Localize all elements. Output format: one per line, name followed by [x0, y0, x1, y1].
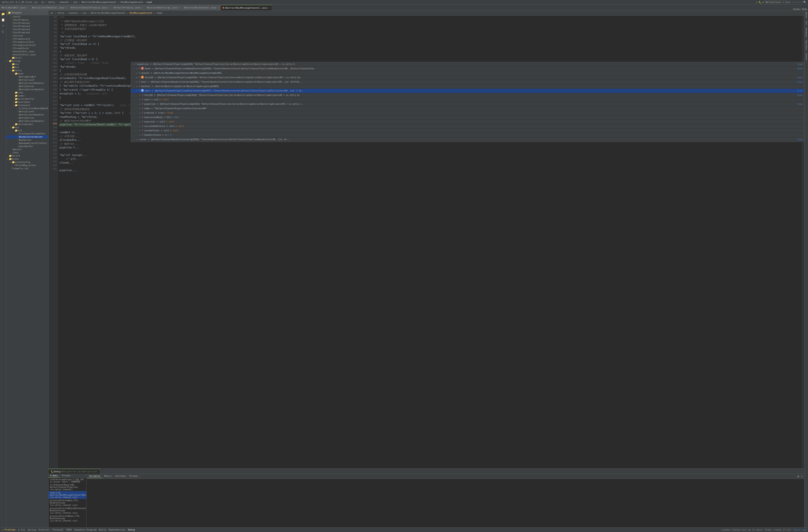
sidebar-item-31[interactable]: ○NettyClientHandler	[6, 113, 48, 116]
debug-popup-item-8[interactable]: ▸ f next = null = null	[131, 98, 804, 102]
debug-popup-item-2[interactable]: ▸ f unsafe = {AbstractNioMessageChannel$…	[131, 71, 804, 75]
sidebar-item-29[interactable]: ○LifeCycleinBoundHandler	[6, 107, 48, 110]
settings-icon[interactable]: ⚙	[763, 1, 764, 4]
sidebar-item-41[interactable]: ○UserBuffer	[6, 145, 48, 148]
debug-expand-icon[interactable]: ▸	[140, 115, 142, 119]
status-build[interactable]: Build	[99, 528, 106, 531]
code-line-94[interactable]: * 当成功读取时返回1	[59, 27, 800, 31]
code-line-95[interactable]: */	[59, 31, 800, 35]
editor-tab-2[interactable]: DefaultChannelPromise.java×	[69, 5, 112, 10]
status-spring[interactable]: Spring	[27, 528, 36, 531]
status-git[interactable]: ⊕ Git	[18, 528, 25, 531]
run-icon[interactable]: ▶	[756, 1, 758, 4]
debug-expand-icon[interactable]: ▸	[136, 71, 139, 75]
sidebar-item-9[interactable]: ○ThreadLocalTest2	[6, 44, 48, 47]
tab-close-icon[interactable]: ×	[65, 6, 67, 9]
debug-view-link[interactable]: View	[795, 76, 802, 79]
sidebar-item-38[interactable]: ○NioSelectorServer	[6, 135, 48, 138]
editor-tab-4[interactable]: AbstractBootstrap.java×	[145, 5, 182, 10]
debug-expand-icon[interactable]: ▸	[140, 129, 142, 133]
debug-popup-item-15[interactable]: ▸ f invokeTasks = null = null	[131, 129, 804, 133]
debug-var-tab[interactable]: Variables	[87, 474, 102, 478]
debug-popup-item-16[interactable]: ▸ f handlerState = 2 = 2	[131, 133, 804, 137]
debug-popup-item-14[interactable]: ▸ f succeededFuture = null = null	[131, 124, 804, 129]
debug-view-link[interactable]: View	[795, 102, 802, 106]
debug-frame-item-0[interactable]: nioEventLoopGroup-2-1@1,262 in group "ma…	[49, 478, 86, 483]
sidebar-item-7[interactable]: ○ThreadLocal5	[6, 37, 48, 40]
debug-view-link[interactable]: View	[795, 62, 802, 66]
sidebar-item-45[interactable]: ▾📁proto	[6, 157, 48, 160]
sidebar-item-24[interactable]: 📁chat	[6, 91, 48, 94]
big-data-btn[interactable]: Big Data	[805, 40, 808, 51]
editor-tab-5[interactable]: AbstractNioChannel.java×	[182, 5, 221, 10]
sidebar-item-3[interactable]: ○TestPromise3	[6, 25, 48, 28]
debug-popup-item-9[interactable]: ▸ f pipeline = {DefaultChannelPipeline@1…	[131, 102, 804, 107]
debug-popup-item-12[interactable]: ▸ f executionMask = 511 = 511	[131, 115, 804, 120]
code-line-96[interactable]: "kw">int localRead = "fn">doReadMessages…	[59, 35, 800, 38]
debug-expand-icon[interactable]: ▸	[140, 120, 142, 124]
sidebar-item-1[interactable]: ○TestPromise	[6, 18, 48, 21]
code-line-131[interactable]: pipeline....	[59, 168, 800, 172]
git-btn[interactable]: Git	[805, 20, 808, 25]
sidebar-item-40[interactable]: ○RandomAccessFileTest	[6, 141, 48, 145]
bottom-tab-debug[interactable]: 🐛 Debug NettyServer ( 1 ) NettyClient	[49, 469, 100, 474]
code-line-98[interactable]: "kw">if (localRead == 0) {	[59, 42, 800, 46]
sidebar-item-26[interactable]: 📁directbuffer	[6, 97, 48, 100]
debug-mem-tab[interactable]: Memory	[102, 474, 113, 478]
debug-expand-icon[interactable]: ▸	[140, 98, 142, 101]
debug-expand-icon[interactable]: ▸	[140, 102, 142, 106]
sidebar-item-19[interactable]: ○NettyByteBuf	[6, 75, 48, 78]
sidebar-item-23[interactable]: ○NettyServerHandler	[6, 88, 48, 91]
sidebar-item-11[interactable]: JUnsafeTest.java	[6, 50, 48, 53]
debug-popup-item-1[interactable]: ▸ f 1 head = {DefaultChannelPipeline$Hea…	[131, 66, 804, 71]
editor-tab-6[interactable]: AbstractNioMessageChannel.java×	[221, 5, 272, 10]
debug-expand-icon[interactable]: ▾	[133, 62, 135, 66]
code-line-101[interactable]: // 链路关闭，跳出循环	[59, 54, 800, 57]
sidebar-item-44[interactable]: 📁thrift	[6, 154, 48, 157]
debug-popup-item-7[interactable]: ▸ f thisSO = {DefaultChannelPipeline@145…	[131, 93, 804, 98]
search-icon[interactable]: 🔍	[803, 1, 806, 4]
status-debug[interactable]: Debug	[128, 528, 135, 531]
sidebar-item-2[interactable]: ○TestPromise2	[6, 21, 48, 25]
debug-overhead-tab[interactable]: Overhead	[113, 474, 127, 478]
sidebar-item-32[interactable]: ○NettyServer	[6, 116, 48, 119]
debug-view-link[interactable]: View	[795, 138, 802, 141]
tab-close-icon[interactable]: ×	[141, 6, 143, 9]
debug-threads-tab2[interactable]: Threads	[127, 474, 140, 478]
code-line-128[interactable]: // 处理...	[59, 157, 800, 161]
sidebar-item-12[interactable]: JUnsafeTest2.java	[6, 53, 48, 56]
code-line-126[interactable]	[59, 149, 800, 153]
debug-expand-icon[interactable]: ▸	[136, 80, 139, 84]
editor-tab-0[interactable]: NettyByteBuf.java×	[0, 5, 30, 10]
sidebar-item-46[interactable]: ▾📁protoConfig	[6, 160, 48, 164]
code-line-99[interactable]: "kw">break;	[59, 46, 800, 50]
sidebar-item-0[interactable]: ▸○test4	[6, 15, 48, 18]
code-line-125[interactable]: pipeline.f...	[59, 146, 800, 149]
debug-expand-icon[interactable]: ▸	[140, 93, 142, 97]
sidebar-item-4[interactable]: ○TestPromise4	[6, 28, 48, 31]
debug-popup-item-6[interactable]: ▾ f 3 next = {DefaultChannelPipeline$Tai…	[131, 89, 804, 93]
sidebar-item-39[interactable]: ○NioServer	[6, 138, 48, 141]
sidebar-item-30[interactable]: ○NettyClient	[6, 110, 48, 113]
tab-close-icon[interactable]: ×	[268, 7, 270, 9]
event-log-link[interactable]: Event Log	[794, 528, 806, 531]
sidebar-item-20[interactable]: ○NettyClient	[6, 78, 48, 81]
code-line-129[interactable]: closed...	[59, 161, 800, 165]
debug-expand-icon[interactable]: ▸	[140, 111, 142, 115]
code-line-124[interactable]: // 触发rea...	[59, 142, 800, 146]
debug-view-link[interactable]: View	[795, 93, 802, 97]
sidebar-item-43[interactable]: ○Test	[6, 151, 48, 154]
sidebar-item-25[interactable]: 📁codec	[6, 94, 48, 97]
sidebar-item-17[interactable]: ▾📁netty	[6, 69, 48, 72]
debug-expand-icon[interactable]: ▸	[140, 133, 142, 137]
sidebar-item-8[interactable]: ○ThreadLocalTest	[6, 40, 48, 44]
maven-btn[interactable]: Maven	[805, 12, 808, 19]
sidebar-item-10[interactable]: ○ThreadTest4	[6, 47, 48, 50]
sidebar-item-34[interactable]: 📁splitpacket	[6, 123, 48, 126]
debug-layout-btn[interactable]: ≡	[801, 475, 803, 478]
sidebar-item-16[interactable]: 📁bio	[6, 66, 48, 69]
debug-expand-icon[interactable]: ▸	[136, 76, 139, 79]
debug-popup-item-18[interactable]: ▸ f pipeline = {DefaultChannelPipeline@1…	[131, 142, 804, 142]
debug-popup-item-17[interactable]: ▸ f prev = {DefaultChannelHandlerContext…	[131, 137, 804, 142]
sidebar-item-27[interactable]: ▸📁heartbeat	[6, 100, 48, 104]
